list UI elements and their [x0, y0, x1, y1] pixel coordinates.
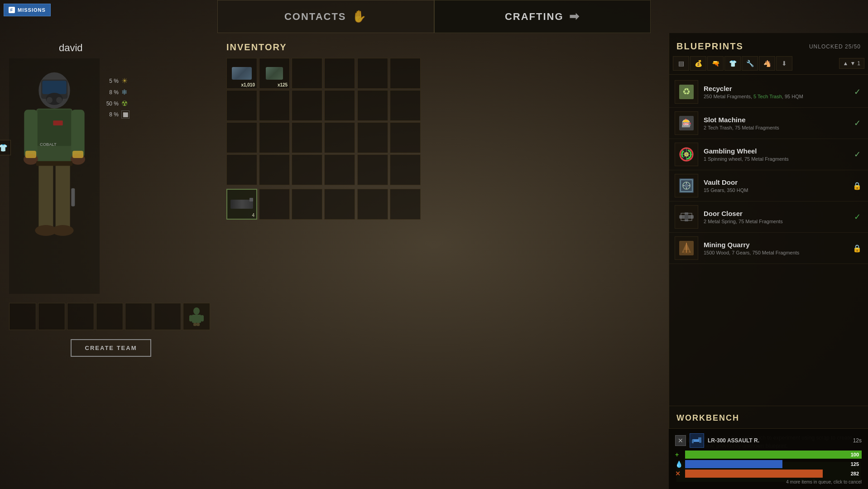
inv-cell-metal-frags[interactable]: x1,010	[226, 58, 257, 89]
craft-cancel-button[interactable]: ✕	[675, 435, 686, 446]
filter-row: ▤ 💰 🔫 👕 🔧 🐴 ⬇ ▲ ▼ 1	[669, 56, 868, 75]
food-value: 282	[851, 471, 859, 476]
rifle-count: 4	[252, 213, 254, 218]
filter-clothing[interactable]: 👕	[724, 56, 741, 71]
svg-rect-56	[698, 437, 701, 439]
character-area: 👕	[5, 58, 217, 294]
inv-cell-7[interactable]	[226, 90, 257, 121]
inv-cell-13[interactable]	[226, 122, 257, 153]
nuclear-icon: ☢	[121, 99, 128, 108]
inv-cell-11[interactable]	[357, 90, 388, 121]
filter-resources[interactable]: 💰	[690, 56, 706, 71]
inv-cell-19[interactable]	[226, 154, 257, 185]
inv-cell-17[interactable]	[357, 122, 388, 153]
equip-slot-character[interactable]	[183, 303, 210, 330]
weapon-slot-3[interactable]	[292, 189, 322, 220]
health-fill	[685, 451, 862, 459]
inv-cell-23[interactable]	[357, 154, 388, 185]
sort-button[interactable]: ▲ ▼ 1	[839, 58, 864, 69]
equip-slot-4[interactable]	[96, 303, 123, 330]
missions-button[interactable]: F MISSIONS	[4, 4, 51, 16]
tab-contacts[interactable]: CONTACTS ✋	[217, 0, 434, 33]
mining-quarry-status: 🔒	[852, 244, 863, 253]
blueprints-header: BLUEPRINTS UNLOCKED 25/50	[669, 33, 868, 56]
gambling-wheel-icon	[675, 143, 698, 166]
inv-cell-18[interactable]	[390, 122, 421, 153]
food-fill	[685, 470, 823, 478]
inventory-grid: x1,010 x125	[226, 58, 421, 185]
equipment-slots	[5, 303, 217, 330]
inv-cell-hqm[interactable]: x125	[259, 58, 290, 89]
vault-door-cost: 15 Gears, 350 HQM	[704, 187, 846, 193]
inv-cell-3[interactable]	[292, 58, 322, 89]
water-bar: 125	[685, 460, 862, 468]
equip-slot-3[interactable]	[67, 303, 94, 330]
filter-all[interactable]: ▤	[673, 56, 689, 71]
weapon-slot-4[interactable]	[324, 189, 355, 220]
blueprint-door-closer[interactable]: Door Closer 2 Metal Spring, 75 Metal Fra…	[669, 201, 868, 233]
door-closer-icon	[675, 205, 698, 229]
inv-cell-24[interactable]	[390, 154, 421, 185]
clothing-slot[interactable]: 👕	[0, 140, 11, 155]
svg-rect-2	[42, 81, 66, 94]
mining-quarry-lock: 🔒	[853, 244, 862, 253]
inv-cell-15[interactable]	[292, 122, 322, 153]
inv-cell-16[interactable]	[324, 122, 355, 153]
craft-item-icon	[690, 433, 704, 448]
stat-row-radiation: 5 % ☀	[104, 77, 129, 85]
equip-slot-2[interactable]	[38, 303, 65, 330]
equip-slot-1[interactable]	[9, 303, 36, 330]
filter-download[interactable]: ⬇	[776, 56, 792, 71]
inv-cell-21[interactable]	[292, 154, 322, 185]
stat-armor-pct: 8 %	[104, 111, 119, 118]
inv-cell-6[interactable]	[390, 58, 421, 89]
door-closer-check: ✓	[854, 212, 861, 222]
stat-row-armor: 8 % ⬜	[104, 110, 129, 119]
inv-cell-5[interactable]	[357, 58, 388, 89]
blueprint-recycler[interactable]: ♻ Recycler 250 Metal Fragments, 5 Tech T…	[669, 77, 868, 108]
sort-num: 1	[857, 60, 860, 67]
filter-weapons[interactable]: 🔫	[707, 56, 724, 71]
svg-text:🎰: 🎰	[681, 118, 692, 128]
health-bar: 100	[685, 451, 862, 459]
queue-text[interactable]: 4 more items in queue, click to cancel	[675, 479, 862, 484]
create-team-button[interactable]: CREATE TEAM	[71, 339, 152, 357]
filter-mounted[interactable]: 🐴	[759, 56, 775, 71]
gambling-wheel-cost: 1 Spinning wheel, 75 Metal Fragments	[704, 156, 846, 162]
equip-slot-5[interactable]	[125, 303, 152, 330]
inventory-panel: INVENTORY x1,010 x125	[222, 33, 426, 489]
recycler-name: Recycler	[704, 85, 846, 92]
inv-cell-8[interactable]	[259, 90, 290, 121]
inv-cell-4[interactable]	[324, 58, 355, 89]
missions-label: MISSIONS	[18, 7, 46, 13]
blueprint-mining-quarry[interactable]: Mining Quarry 1500 Wood, 7 Gears, 750 Me…	[669, 233, 868, 264]
gambling-wheel-check: ✓	[854, 149, 861, 159]
inv-cell-9[interactable]	[292, 90, 322, 121]
inv-cell-10[interactable]	[324, 90, 355, 121]
weapon-slot-1[interactable]: 4	[226, 189, 257, 220]
stat-row-cold: 8 % ❄	[104, 88, 129, 96]
svg-text:♻: ♻	[682, 86, 691, 96]
blueprint-gambling-wheel[interactable]: Gambling Wheel 1 Spinning wheel, 75 Meta…	[669, 139, 868, 170]
equip-slot-6[interactable]	[154, 303, 181, 330]
workbench-title: WORKBENCH	[676, 413, 861, 423]
character-svg: COBALT	[14, 67, 95, 285]
blueprint-vault-door[interactable]: Vault Door 15 Gears, 350 HQM 🔒	[669, 170, 868, 201]
rifle-icon	[230, 200, 253, 209]
weapon-slot-6[interactable]	[390, 189, 421, 220]
food-bar: 282	[685, 470, 862, 478]
weapon-slot-2[interactable]	[259, 189, 290, 220]
stat-radiation-pct: 5 %	[104, 78, 119, 84]
tab-crafting[interactable]: CRAFTING ➡	[434, 0, 651, 33]
vault-door-status: 🔒	[852, 182, 863, 190]
inv-cell-12[interactable]	[390, 90, 421, 121]
inv-cell-14[interactable]	[259, 122, 290, 153]
inv-cell-20[interactable]	[259, 154, 290, 185]
craft-bar: ✕ LR-300 ASSAULT R. 12s + 100	[669, 428, 868, 489]
recycler-info: Recycler 250 Metal Fragments, 5 Tech Tra…	[704, 85, 846, 99]
radiation-icon: ☀	[121, 77, 128, 85]
inv-cell-22[interactable]	[324, 154, 355, 185]
weapon-slot-5[interactable]	[357, 189, 388, 220]
blueprint-slot-machine[interactable]: 🎰 Slot Machine 2 Tech Trash, 75 Metal Fr…	[669, 108, 868, 139]
filter-tools[interactable]: 🔧	[742, 56, 758, 71]
